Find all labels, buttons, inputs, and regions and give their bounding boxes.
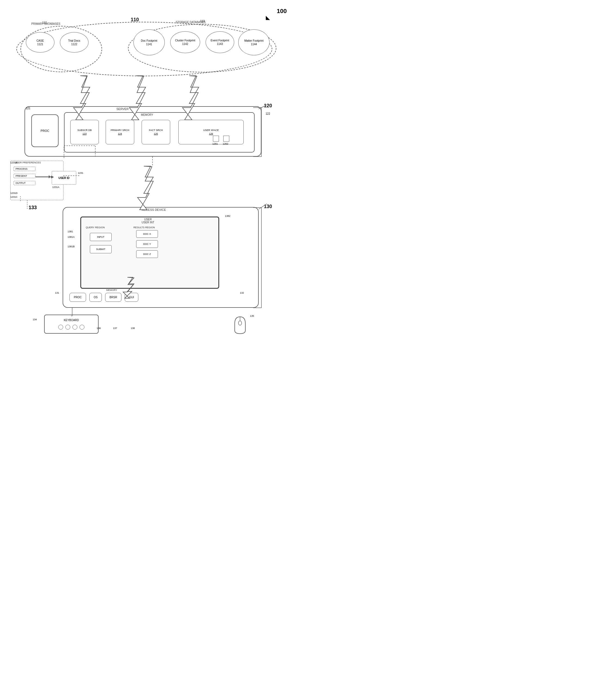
keyboard-label: KEYBOARD [64, 319, 79, 322]
ref-121: 121 [26, 107, 30, 110]
key-2 [65, 325, 70, 330]
key-3 [72, 325, 77, 330]
gui-input-box: INPUT [90, 233, 112, 241]
bottom-row: PROC OS BRSR GUI [69, 293, 138, 302]
ref-1231b: 1231B [10, 161, 17, 164]
primary-srch-box: PRIMARY SRCH 124 [106, 120, 134, 144]
mouse-svg [232, 315, 247, 335]
pref-arrow [35, 176, 52, 177]
matter-footprint-label: Matter Footprint [244, 39, 263, 42]
bottom-proc: PROC [69, 293, 86, 302]
event-footprint-ref: 1143 [217, 42, 223, 46]
svg-point-1 [238, 321, 242, 325]
ref-133: 133 [29, 205, 37, 210]
gui-submit-box: SUBMIT [90, 245, 112, 253]
cluster-footprint-ref: 1142 [182, 42, 188, 46]
userid-box: USER ID [52, 171, 76, 185]
ref-130: 130 [264, 204, 272, 209]
memory-bottom-label: MEMORY [106, 289, 117, 292]
cluster-footprint-label: Cluster Footprint [175, 39, 195, 42]
case-ref: 1121 [37, 42, 43, 46]
bottom-brsr: BRSR [105, 293, 122, 302]
event-footprint-label: Event Footprint [211, 39, 229, 42]
ref-138: 138 [131, 327, 135, 330]
sq-1262 [223, 136, 229, 142]
results-region-label: RESULTS REGION [134, 226, 155, 229]
ref-100-arrow: ◣ [266, 14, 270, 21]
ref-137: 137 [113, 327, 117, 330]
gui-doc-z: DOC Z [136, 250, 158, 258]
subscr-db-box: SUBSCR DB 123 [70, 120, 99, 144]
query-region-label: QUERY REGION [86, 226, 105, 229]
oval-event-footprint: Event Footprint 1143 [206, 31, 234, 53]
user-xface-ref: 126 [209, 132, 213, 136]
trial-docs-ref: 1122 [71, 42, 77, 46]
gui-label: USERUSER INT [142, 218, 154, 224]
ref-132: 132 [240, 292, 244, 294]
case-label: CASE [36, 39, 44, 42]
user-pref-label: USER PREFERENCES [15, 161, 41, 164]
access-device-label: ACCESS DEVICE [142, 208, 166, 211]
ref-134: 134 [33, 318, 37, 321]
ref-1382: 1382 [225, 215, 230, 217]
ref-1381a: 1381A [67, 235, 74, 238]
ref-120: 120 [264, 103, 272, 109]
ref-113: 113 [200, 20, 205, 23]
keyboard-box: KEYBOARD [44, 315, 99, 334]
svg-marker-6 [138, 166, 153, 210]
ref-1231a: 1231A [52, 186, 59, 188]
ref-1381b: 1381B [67, 245, 74, 248]
pref-output: OUTPUT [14, 181, 35, 185]
doc-footprint-ref: 1141 [146, 42, 152, 46]
bottom-os: OS [89, 293, 102, 302]
fact-srch-label: FACT SRCH [149, 129, 163, 132]
primary-srch-label: PRIMARY SRCH [111, 129, 129, 132]
oval-trial-docs: Trial Docs 1122 [60, 32, 88, 52]
ref-1261: 1261 [212, 143, 218, 145]
key-4 [79, 325, 84, 330]
key-1 [58, 325, 63, 330]
gui-doc-y: DOC Y [136, 240, 158, 248]
subscr-db-ref: 123 [82, 132, 86, 136]
server-proc: PROC [31, 115, 58, 147]
oval-cluster-footprint: Cluster Footprint 1142 [170, 31, 200, 53]
ref-112: 112 [42, 21, 47, 24]
ref-131: 131 [55, 292, 59, 294]
user-int-label: USER INT [142, 221, 154, 224]
primary-srch-ref: 124 [118, 132, 122, 136]
user-xface-box: USER XFACE 126 [178, 120, 244, 144]
user-xface-label: USER XFACE [203, 129, 219, 132]
ref-136: 136 [97, 327, 101, 330]
pref-process: PROCESS [14, 167, 35, 171]
patent-diagram: 100 ◣ 110 PRIMARY DATABASES 112 STORAGE … [0, 0, 294, 350]
proc-label: PROC [41, 129, 49, 132]
pref-present: PRESENT [14, 174, 35, 178]
ref-1231d: 1231D [10, 192, 18, 194]
memory-label: MEMORY [141, 113, 153, 116]
subscr-db-label: SUBSCR DB [77, 129, 92, 132]
oval-doc-footprint: Doc Footprint 1141 [134, 29, 165, 55]
doc-footprint-label: Doc Footprint [141, 39, 157, 42]
ref-135: 135 [250, 315, 254, 317]
oval-case: CASE 1121 [26, 32, 54, 52]
keyboard-keys [58, 325, 84, 330]
ref-100: 100 [277, 8, 287, 15]
ref-1231c: 1231C [10, 196, 18, 198]
ref-1231: 1231 [78, 172, 83, 174]
ref-122: 122 [265, 112, 270, 115]
oval-matter-footprint: Matter Footprint 1144 [238, 29, 269, 55]
bottom-gui: GUI [125, 293, 138, 302]
ref-1381: 1381 [67, 230, 73, 233]
matter-footprint-ref: 1144 [251, 42, 257, 46]
ref-1262: 1262 [223, 143, 228, 145]
sq-1261 [213, 136, 219, 142]
gui-doc-x: DOC X [136, 230, 158, 238]
trial-docs-label: Trial Docs [68, 39, 80, 42]
fact-srch-ref: 125 [154, 132, 158, 136]
server-label: SERVER [116, 107, 129, 111]
fact-srch-box: FACT SRCH 125 [142, 120, 170, 144]
